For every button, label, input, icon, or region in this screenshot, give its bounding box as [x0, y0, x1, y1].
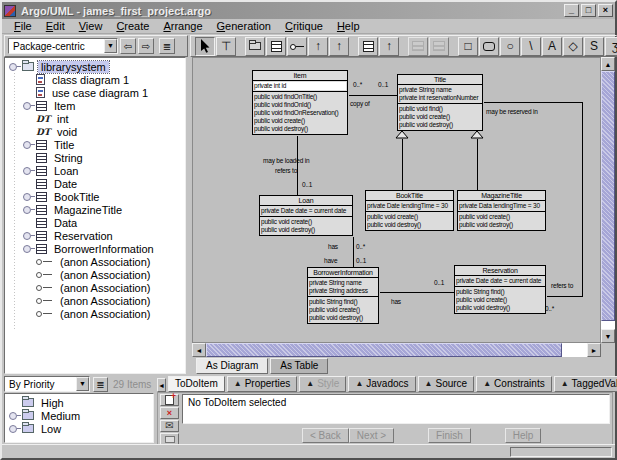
tree-item-class-diagram-1[interactable]: class diagram 1 — [5, 73, 185, 86]
navigate-back-button[interactable]: ⇦ — [120, 38, 136, 54]
tree-item-magazinetitle[interactable]: MagazineTitle — [5, 203, 185, 216]
line-tool[interactable]: \ — [521, 37, 541, 56]
tree-item-loan[interactable]: Loan — [5, 164, 185, 177]
uml-class-magazinetitle[interactable]: MagazineTitleprivate Data lendingTime = … — [457, 190, 546, 231]
interface-tool[interactable] — [358, 37, 378, 56]
todo-group-high[interactable]: High — [5, 396, 153, 409]
tree-item-librarysystem[interactable]: librarysystem — [5, 60, 185, 73]
tree-item-string[interactable]: String — [5, 151, 185, 164]
email-expert-button[interactable]: ✉ — [160, 420, 179, 432]
vertical-scroll-thumb[interactable] — [601, 71, 615, 321]
expander-knob[interactable] — [22, 192, 36, 201]
todo-group-low[interactable]: Low — [5, 422, 153, 435]
wizard-back-button[interactable]: < Back — [302, 428, 349, 443]
tab-properties[interactable]: ▲Properties — [227, 376, 298, 392]
todo-flat-view-button[interactable]: ≣ — [93, 377, 108, 392]
tab-as-table[interactable]: As Table — [270, 358, 328, 374]
new-todo-button[interactable] — [160, 394, 179, 406]
expander-knob[interactable] — [22, 166, 36, 175]
select-tool[interactable] — [195, 37, 215, 56]
tab-source[interactable]: ▲Source — [418, 376, 475, 392]
package-tool[interactable] — [245, 37, 265, 56]
navigate-forward-button[interactable]: ⇨ — [138, 38, 154, 54]
chevron-down-icon[interactable]: ▼ — [104, 39, 117, 53]
todo-group-medium[interactable]: Medium — [5, 409, 153, 422]
menu-generation[interactable]: Generation — [210, 19, 278, 33]
circle-tool[interactable]: ○ — [500, 37, 520, 56]
expander-knob[interactable] — [22, 244, 36, 253]
wizard-next-button[interactable]: Next > — [349, 428, 394, 443]
tree-item-anon-association[interactable]: (anon Association) — [5, 281, 185, 294]
maximize-button[interactable]: □ — [581, 4, 596, 17]
uml-class-borrowerinformation[interactable]: BorrowerInformationprivate String namepr… — [307, 267, 379, 324]
tree-item-date[interactable]: Date — [5, 177, 185, 190]
wizard-help-button[interactable]: Help — [505, 428, 542, 443]
tree-item-use-case-diagram-1[interactable]: use case diagram 1 — [5, 86, 185, 99]
uml-class-title[interactable]: Titleprivate String nameprivate int rese… — [397, 74, 483, 131]
tab-taggedvalues[interactable]: ▲TaggedValues — [554, 376, 617, 392]
association-tool[interactable] — [287, 37, 307, 56]
menu-file[interactable]: File — [7, 19, 39, 33]
tab-style[interactable]: ▲Style — [299, 376, 346, 392]
expander-knob[interactable] — [8, 424, 22, 433]
tree-item-int[interactable]: DTint — [5, 112, 185, 125]
broom-tool[interactable]: ⊢ — [216, 37, 236, 56]
scroll-down-button[interactable]: ▼ — [601, 329, 615, 343]
menu-view[interactable]: View — [72, 19, 110, 33]
minimize-button[interactable]: _ — [564, 4, 579, 17]
tree-item-void[interactable]: DTvoid — [5, 125, 185, 138]
tree-item-anon-association[interactable]: (anon Association) — [5, 307, 185, 320]
class-tool[interactable] — [266, 37, 286, 56]
todo-tree[interactable]: HighMediumLow — [4, 393, 154, 443]
menu-critique[interactable]: Critique — [278, 19, 330, 33]
tree-item-anon-association[interactable]: (anon Association) — [5, 255, 185, 268]
expander-knob[interactable] — [8, 411, 22, 420]
tree-item-anon-association[interactable]: (anon Association) — [5, 268, 185, 281]
dependency-tool[interactable]: ↑ — [308, 37, 328, 56]
tab-scroll-left-button[interactable]: ◄ — [157, 378, 166, 392]
expander-knob[interactable] — [8, 62, 22, 71]
horizontal-scrollbar[interactable]: ◄ ► — [192, 343, 601, 357]
rectangle-tool[interactable]: □ — [458, 37, 478, 56]
ink-tool[interactable]: ʒ — [605, 37, 617, 56]
diagram-canvas[interactable]: Itemprivate int idpublic void findOnTitl… — [192, 57, 601, 343]
expander-knob[interactable] — [22, 101, 36, 110]
scroll-up-button[interactable]: ▲ — [601, 57, 615, 71]
tree-item-anon-association[interactable]: (anon Association) — [5, 294, 185, 307]
tab-constraints[interactable]: ▲Constraints — [476, 376, 552, 392]
perspective-config-button[interactable]: ≣ — [159, 38, 175, 54]
horizontal-scroll-thumb[interactable] — [206, 343, 562, 357]
spline-tool[interactable]: S — [584, 37, 604, 56]
text-tool[interactable]: A — [542, 37, 562, 56]
polygon-tool[interactable]: ◇ — [563, 37, 583, 56]
title-bar[interactable]: Argo/UML - james_first_project.argo _ □ … — [2, 2, 615, 19]
rounded-rectangle-tool[interactable] — [479, 37, 499, 56]
expander-knob[interactable] — [22, 140, 36, 149]
tree-item-data[interactable]: Data — [5, 216, 185, 229]
tree-item-item[interactable]: Item — [5, 99, 185, 112]
resolve-todo-button[interactable]: × — [160, 407, 179, 419]
vertical-scrollbar[interactable]: ▲ ▼ — [601, 57, 615, 343]
scroll-right-button[interactable]: ► — [587, 343, 601, 357]
menu-help[interactable]: Help — [330, 19, 367, 33]
menu-edit[interactable]: Edit — [39, 19, 72, 33]
uml-class-reservation[interactable]: Reservationprivate Date date = current d… — [454, 265, 546, 314]
menu-create[interactable]: Create — [109, 19, 156, 33]
wizard-finish-button[interactable]: Finish — [428, 428, 471, 443]
tab-as-diagram[interactable]: As Diagram — [196, 358, 268, 374]
explorer-tree[interactable]: librarysystemclass diagram 1use case dia… — [4, 57, 186, 374]
scroll-left-button[interactable]: ◄ — [192, 343, 206, 357]
uml-class-loan[interactable]: Loanprivate Date date = current datepubl… — [259, 195, 353, 236]
realization-tool[interactable]: ↑ — [379, 37, 399, 56]
expander-knob[interactable] — [22, 231, 36, 240]
uml-class-item[interactable]: Itemprivate int idpublic void findOnTitl… — [252, 70, 348, 135]
generalization-tool[interactable]: ↑ — [329, 37, 349, 56]
tree-item-title[interactable]: Title — [5, 138, 185, 151]
menu-arrange[interactable]: Arrange — [156, 19, 209, 33]
tree-item-booktitle[interactable]: BookTitle — [5, 190, 185, 203]
perspective-combobox[interactable]: Package-centric ▼ — [8, 38, 118, 54]
chevron-down-icon[interactable]: ▼ — [76, 377, 89, 391]
tree-item-borrowerinformation[interactable]: BorrowerInformation — [5, 242, 185, 255]
uml-class-booktitle[interactable]: BookTitleprivate Date lendingTime = 30pu… — [365, 190, 454, 231]
tree-item-reservation[interactable]: Reservation — [5, 229, 185, 242]
